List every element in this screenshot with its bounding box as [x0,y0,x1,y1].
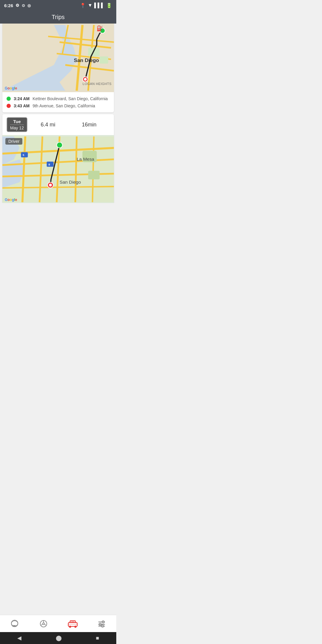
svg-text:⛽: ⛽ [97,25,103,32]
top-bar: Trips [0,11,116,24]
waypoint-time: 3:24 AM [14,96,30,101]
trips-scroll-area[interactable]: San Diego ⛽ Google LOGAN HEIGHTS 3:24 AM… [0,24,116,203]
google-watermark-2: Google [5,198,17,202]
svg-text:San Diego: San Diego [74,57,99,63]
battery-icon: 🔋 [106,3,112,8]
trip-stats: 6.4 mi 16min [27,122,110,128]
svg-rect-31 [21,152,28,157]
month-day-label: May 12 [10,126,24,130]
start-dot [7,97,11,101]
svg-point-15 [84,78,87,81]
map-area-label: LOGAN HEIGHTS [83,82,112,86]
location-icon: 📍 [80,3,86,8]
svg-text:La Mesa: La Mesa [77,157,94,162]
end-dot [7,104,11,108]
waypoint-address: 9th Avenue, San Diego, California [32,103,95,108]
trip-header: Tue May 12 6.4 mi 16min [2,114,114,135]
driver-badge: Driver [5,138,22,145]
date-badge: Tue May 12 [7,117,27,132]
trip-duration: 16min [82,122,96,128]
wifi-icon: ▼ [88,3,92,8]
google-watermark: Google [5,86,17,90]
status-left: 6:26 ⚙ ⊙ ◎ [4,3,31,8]
trip-card-partial: San Diego ⛽ Google LOGAN HEIGHTS 3:24 AM… [2,24,114,112]
svg-text:8: 8 [48,163,50,166]
svg-text:5: 5 [23,153,24,157]
trip-map-partial[interactable]: San Diego ⛽ Google LOGAN HEIGHTS [2,24,114,92]
waypoint-start: 3:24 AM Kettner Boulevard, San Diego, Ca… [7,95,110,102]
waypoint-end: 3:43 AM 9th Avenue, San Diego, Californi… [7,102,110,109]
waypoint-address: Kettner Boulevard, San Diego, California [32,96,108,101]
svg-point-37 [57,142,62,148]
svg-text:San Diego: San Diego [60,179,81,185]
trip-map-tue[interactable]: 8 5 La Mesa San Diego Driver [2,135,114,203]
svg-rect-29 [47,162,54,167]
svg-rect-10 [88,48,100,56]
status-bar: 6:26 ⚙ ⊙ ◎ 📍 ▼ ▌▌▌ 🔋 [0,0,116,11]
signal-icon: ▌▌▌ [94,3,104,8]
time-display: 6:26 [4,3,13,8]
svg-rect-34 [88,171,100,179]
data-icon: ◎ [27,3,31,8]
settings-icon: ⚙ [16,3,19,8]
vpn-icon: ⊙ [22,3,25,8]
trip-card-tue-may12[interactable]: Tue May 12 6.4 mi 16min [2,114,114,203]
page-title: Trips [52,14,65,20]
trip-distance: 6.4 mi [41,122,55,128]
svg-point-39 [49,184,52,187]
status-right: 📍 ▼ ▌▌▌ 🔋 [80,3,112,8]
trip-waypoints-partial: 3:24 AM Kettner Boulevard, San Diego, Ca… [2,92,114,112]
day-label: Tue [10,119,24,125]
waypoint-time: 3:43 AM [14,103,30,108]
svg-rect-11 [100,56,108,64]
